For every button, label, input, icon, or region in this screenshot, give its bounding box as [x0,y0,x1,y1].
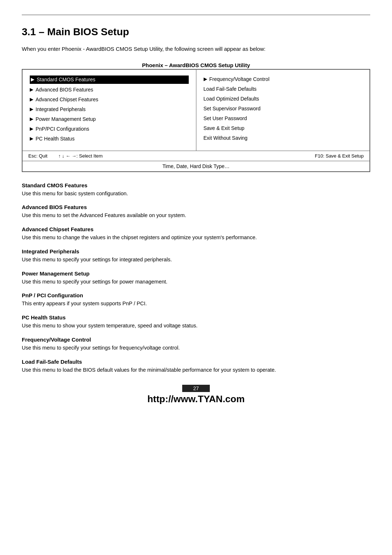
section-heading: PnP / PCI Configuration [22,292,370,298]
bios-item-label: Load Optimized Defaults [204,96,259,102]
section-advanced-bios-section: Advanced BIOS FeaturesUse this menu to s… [22,204,370,220]
bios-item-label: PnP/PCI Configurations [36,125,89,133]
bios-arrow-icon: ▶ [30,135,33,142]
bios-box-title: Phoenix – AwardBIOS CMOS Setup Utility [22,62,370,68]
bios-item-label: Load Fail-Safe Defaults [204,86,257,92]
bios-item-label: Integrated Peripherals [36,106,86,113]
section-description: Use this menu to set the Advanced Featur… [22,212,370,220]
section-pnp-pci-section: PnP / PCI ConfigurationThis entry appear… [22,292,370,308]
section-description: This entry appears if your system suppor… [22,300,370,308]
bios-left-item-integrated-peripherals: ▶Integrated Peripherals [30,106,189,113]
section-description: Use this menu to load the BIOS default v… [22,366,370,374]
section-heading: Advanced Chipset Features [22,226,370,232]
section-standard-cmos-section: Standard CMOS FeaturesUse this menu for … [22,182,370,198]
section-description: Use this menu to show your system temper… [22,322,370,330]
bios-footer-f10: F10: Save & Exit Setup [315,153,364,159]
section-description: Use this menu to specify your settings f… [22,278,370,286]
section-freq-voltage-section: Frequency/Voltage ControlUse this menu t… [22,336,370,352]
bios-left-item-advanced-chipset: ▶Advanced Chipset Features [30,96,189,103]
bios-left-item-power-management: ▶Power Management Setup [30,115,189,123]
bios-left-column: ▶Standard CMOS Features▶Advanced BIOS Fe… [23,70,196,151]
bios-left-item-pnp-pci: ▶PnP/PCI Configurations [30,125,189,133]
bios-item-label: PC Health Status [36,135,74,143]
top-border [22,15,370,15]
section-load-failsafe-section: Load Fail-Safe DefaultsUse this menu to … [22,359,370,374]
intro-text: When you enter Phoenix - AwardBIOS CMOS … [22,45,370,53]
page-footer: 27 http://www.TYAN.com [22,385,370,405]
bios-right-item-freq-voltage: ▶Frequency/Voltage Control [204,76,363,83]
bios-box: ▶Standard CMOS Features▶Advanced BIOS Fe… [22,69,370,172]
bios-arrow-icon: ▶ [30,125,33,132]
page-number: 27 [182,385,210,392]
section-description: Use this menu to specify your settings f… [22,344,370,352]
bios-item-label: Advanced BIOS Features [36,86,93,94]
bios-left-item-pc-health: ▶PC Health Status [30,135,189,143]
bios-right-item-exit-no-save: Exit Without Saving [204,134,363,142]
bios-item-label: Save & Exit Setup [204,125,245,131]
bios-arrow-icon: ▶ [30,86,33,93]
bios-status-bar: Time, Date, Hard Disk Type… [23,161,369,171]
bios-arrow-icon: ▶ [30,115,33,123]
bios-item-label: Exit Without Saving [204,135,248,141]
page-url: http://www.TYAN.com [147,393,245,404]
section-description: Use this menu to specify your settings f… [22,256,370,264]
bios-left-item-advanced-bios: ▶Advanced BIOS Features [30,86,189,94]
bios-right-item-save-exit: Save & Exit Setup [204,125,363,132]
bios-footer-arrows: ↑ ↓ ← →: Select Item [58,153,103,159]
section-heading: Load Fail-Safe Defaults [22,359,370,365]
sections-container: Standard CMOS FeaturesUse this menu for … [22,182,370,374]
section-heading: Power Management Setup [22,270,370,277]
bios-item-label: Standard CMOS Features [37,76,95,83]
bios-right-item-load-optimized: Load Optimized Defaults [204,95,363,103]
section-pc-health-section: PC Health StatusUse this menu to show yo… [22,314,370,330]
bios-footer-row: Esc: Quit ↑ ↓ ← →: Select Item F10: Save… [23,151,369,161]
bios-arrow-icon: ▶ [30,96,33,103]
bios-arrow-icon: ▶ [31,76,34,83]
section-heading: Advanced BIOS Features [22,204,370,210]
bios-right-item-load-failsafe: Load Fail-Safe Defaults [204,85,363,93]
bios-item-label: Set Supervisor Password [204,106,261,111]
section-advanced-chipset-section: Advanced Chipset FeaturesUse this menu t… [22,226,370,242]
bios-box-content: ▶Standard CMOS Features▶Advanced BIOS Fe… [23,70,369,151]
bios-right-item-supervisor-password: Set Supervisor Password [204,105,363,113]
section-description: Use this menu to change the values in th… [22,234,370,242]
bios-arrow-icon: ▶ [30,106,33,113]
bios-item-label: Advanced Chipset Features [36,96,98,103]
section-description: Use this menu for basic system configura… [22,190,370,198]
bios-item-label: Power Management Setup [36,115,96,123]
bios-left-item-standard-cmos: ▶Standard CMOS Features [30,76,189,84]
bios-item-label: Set User Password [204,115,247,121]
bios-arrow-icon: ▶ [204,76,207,83]
section-heading: Frequency/Voltage Control [22,336,370,343]
section-integrated-peripherals-section: Integrated PeripheralsUse this menu to s… [22,248,370,264]
bios-box-wrapper: Phoenix – AwardBIOS CMOS Setup Utility ▶… [22,62,370,172]
bios-right-column: ▶Frequency/Voltage ControlLoad Fail-Safe… [196,70,370,151]
section-power-management-section: Power Management SetupUse this menu to s… [22,270,370,286]
section-heading: Standard CMOS Features [22,182,370,188]
bios-footer-esc: Esc: Quit [28,153,48,159]
bios-item-label: Frequency/Voltage Control [209,76,270,83]
section-heading: Integrated Peripherals [22,248,370,254]
bios-right-item-user-password: Set User Password [204,115,363,122]
page-title: 3.1 – Main BIOS Setup [22,26,370,38]
section-heading: PC Health Status [22,314,370,321]
